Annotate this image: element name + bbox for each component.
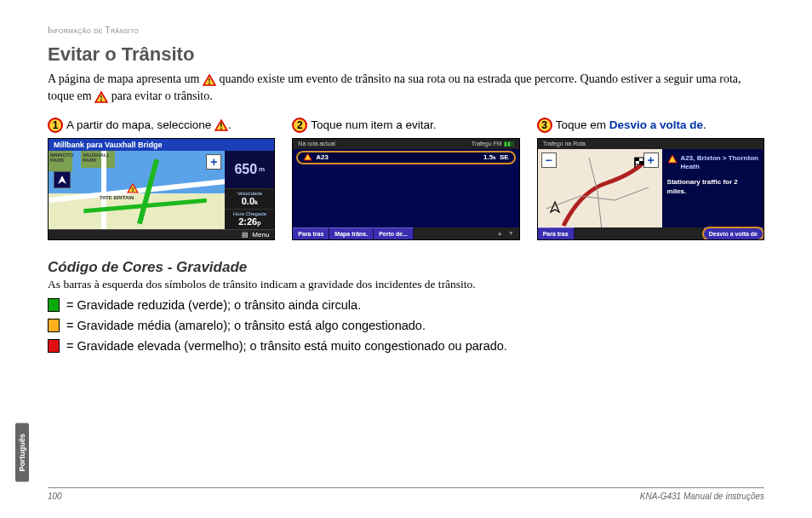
step-3-text: Toque em	[556, 118, 609, 131]
menu-button[interactable]: Menu	[252, 231, 269, 239]
map-bottom-bar: ▤ Menu	[49, 229, 274, 239]
intro-text-3: para evitar o trânsito.	[112, 89, 213, 102]
speed-display[interactable]: Velocidade 0.0k	[225, 188, 274, 209]
detour-traffic-info: Stationary traffic for 2 miles.	[667, 178, 758, 196]
step-3: 3 Toque em Desvio a volta de.	[537, 118, 764, 133]
red-swatch-icon	[48, 339, 60, 353]
list-top-bar: Na rota actual Trafego FM ▮▮▯	[293, 139, 518, 149]
traffic-warning-icon[interactable]: !	[127, 183, 139, 193]
scroll-area: ▲ ▼	[414, 227, 519, 239]
traffic-direction: SE	[500, 153, 509, 161]
scroll-down-icon[interactable]: ▼	[508, 230, 514, 236]
list-bottom-tabs: Para tras Mapa trâns. Perto de... ▲ ▼	[293, 227, 518, 239]
traffic-distance: 1.5	[483, 153, 493, 161]
near-button[interactable]: Perto de...	[374, 227, 414, 239]
legend-red-text: = Gravidade elevada (vermelho); o trânsi…	[66, 339, 507, 353]
map-canvas: NNINGTO PARK VAUXHALL PARK TATE BRITAIN …	[49, 151, 225, 229]
legend-red: = Gravidade elevada (vermelho); o trânsi…	[48, 339, 764, 353]
traffic-road-code: A23	[316, 153, 329, 161]
legend-green-text: = Gravidade reduzida (verde); o trânsito…	[66, 298, 361, 312]
traffic-map-button[interactable]: Mapa trâns.	[329, 227, 374, 239]
svg-text:!: !	[220, 122, 222, 131]
intro-text-1: A página de mapa apresenta um	[48, 72, 203, 85]
svg-text:!: !	[208, 77, 210, 86]
steps-row: 1 A partir do mapa, seleccione ! . 2 Toq…	[48, 118, 764, 133]
screenshot-traffic-list: Na rota actual Trafego FM ▮▮▯ A23 1.5k S…	[292, 138, 519, 240]
svg-text:!: !	[100, 94, 103, 103]
detour-road-info: A23, Brixton > Thornton Heath	[667, 154, 758, 172]
tab-spacer	[575, 227, 704, 239]
traffic-warning-icon: !	[214, 119, 228, 131]
back-button[interactable]: Para tras	[538, 227, 575, 239]
detour-top-bar: Trafego na Rota	[538, 139, 763, 149]
direction-indicator-icon[interactable]	[54, 171, 71, 188]
svg-marker-10	[551, 202, 559, 212]
list-title: Na rota actual	[298, 141, 335, 147]
step-1-after: .	[228, 118, 232, 131]
section-header-small: Informação de Trânsito	[48, 26, 764, 35]
distance-value: 650	[234, 162, 257, 177]
svg-rect-13	[639, 161, 643, 164]
zoom-in-button[interactable]: +	[206, 154, 221, 170]
traffic-item-row[interactable]: A23 1.5k SE	[296, 151, 515, 164]
screenshot-detour: Trafego na Rota − + A23, Brixton > Thorn…	[537, 138, 764, 240]
detour-side-panel: A23, Brixton > Thornton Heath Stationary…	[662, 149, 763, 227]
map-park-label: VAUXHALL PARK	[83, 153, 110, 163]
step-3-after: .	[703, 118, 706, 131]
traffic-warning-icon	[303, 153, 312, 163]
traffic-distance-unit: k	[493, 155, 495, 160]
step-1-text: A partir do mapa, seleccione	[66, 118, 214, 131]
step-number-1-icon: 1	[48, 118, 63, 133]
intro-paragraph: A página de mapa apresenta um ! quando e…	[48, 71, 764, 106]
yellow-swatch-icon	[48, 319, 60, 332]
map-poi-label: TATE BRITAIN	[100, 195, 134, 200]
scroll-up-icon[interactable]: ▲	[497, 230, 503, 236]
speed-value: 0.0	[242, 196, 254, 206]
svg-text:!: !	[132, 186, 134, 193]
map-side-panel: 650m Velocidade 0.0k Hora Chegada 2:26p	[225, 151, 274, 229]
traffic-warning-icon: !	[203, 74, 216, 86]
svg-marker-6	[58, 176, 66, 184]
manual-name: KNA-G431 Manual de instruções	[640, 492, 764, 501]
signal-icon: ▮▮▯	[504, 141, 514, 147]
eta-unit: p	[257, 220, 260, 226]
detour-around-button[interactable]: Desvio a volta de	[704, 227, 763, 239]
eta-value: 2:26	[238, 216, 257, 227]
menu-icon[interactable]: ▤	[242, 231, 249, 239]
screenshots-row: Millbank para Vauxhall Bridge NNINGTO PA…	[48, 138, 764, 240]
legend-green: = Gravidade reduzida (verde); o trânsito…	[48, 298, 764, 312]
green-swatch-icon	[48, 298, 60, 312]
traffic-warning-icon	[667, 154, 678, 166]
traffic-warning-icon: !	[94, 91, 108, 103]
map-park-label: NNINGTO PARK	[50, 153, 74, 163]
section-2-title: Código de Cores - Gravidade	[48, 259, 764, 276]
current-position-icon	[548, 200, 562, 217]
step-2-text: Toque num item a evitar.	[311, 118, 436, 131]
step-1: 1 A partir do mapa, seleccione ! .	[48, 118, 275, 133]
back-button[interactable]: Para tras	[293, 227, 329, 239]
language-tab: Português	[15, 423, 29, 482]
eta-display[interactable]: Hora Chegada 2:26p	[225, 209, 274, 229]
map-title-bar: Millbank para Vauxhall Bridge	[49, 139, 274, 151]
detour-bottom-tabs: Para tras Desvio a volta de	[538, 227, 763, 239]
svg-marker-15	[668, 155, 677, 163]
step-2: 2 Toque num item a evitar.	[292, 118, 519, 133]
list-source: Trafego FM ▮▮▯	[472, 141, 514, 147]
screenshot-map: Millbank para Vauxhall Bridge NNINGTO PA…	[48, 138, 275, 240]
zoom-out-button[interactable]: −	[541, 153, 557, 168]
legend-yellow: = Gravidade média (amarelo); o trânsito …	[48, 319, 764, 332]
step-number-3-icon: 3	[537, 118, 552, 133]
destination-flag-icon	[633, 156, 645, 171]
step-3-link-text: Desvio a volta de	[609, 118, 703, 131]
distance-display[interactable]: 650m	[225, 151, 274, 188]
page-footer: 100 KNA-G431 Manual de instruções	[48, 487, 764, 501]
step-number-2-icon: 2	[292, 118, 307, 133]
speed-unit: k	[254, 199, 258, 205]
distance-unit: m	[259, 165, 265, 173]
detour-map: − +	[538, 149, 662, 227]
page-title: Evitar o Trânsito	[48, 43, 764, 66]
zoom-in-button[interactable]: +	[643, 153, 659, 168]
svg-marker-9	[304, 153, 312, 160]
section-2-subtitle: As barras à esquerda dos símbolos de trâ…	[48, 278, 764, 291]
page-number: 100	[48, 492, 62, 501]
